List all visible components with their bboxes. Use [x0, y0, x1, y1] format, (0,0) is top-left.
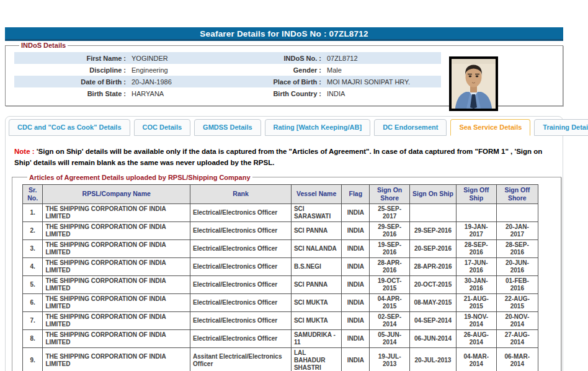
- field-label: Gender :: [250, 66, 324, 74]
- cell: 2.: [23, 221, 43, 239]
- cell: 02-SEP-2014: [370, 311, 410, 329]
- cell: INDIA: [342, 311, 370, 329]
- field-value: MOI MAJRI SONIPAT HRY.: [324, 78, 441, 86]
- cell: INDIA: [342, 203, 370, 221]
- table-row: 8.THE SHIPPING CORPORATION OF INDIA LIMI…: [23, 329, 538, 347]
- cell: INDIA: [342, 293, 370, 311]
- cell: 9.: [23, 347, 43, 371]
- column-header: Sign On Shore: [370, 184, 410, 203]
- cell: INDIA: [342, 239, 370, 257]
- cell: INDIA: [342, 257, 370, 275]
- cell: THE SHIPPING CORPORATION OF INDIA LIMITE…: [43, 347, 190, 371]
- cell: INDIA: [342, 275, 370, 293]
- indos-field-row: Date of Birth :20-JAN-1986Place of Birth…: [14, 76, 441, 87]
- table-row: 7.THE SHIPPING CORPORATION OF INDIA LIMI…: [23, 311, 538, 329]
- field-value: 07ZL8712: [324, 55, 441, 62]
- cell: 4.: [23, 257, 43, 275]
- cell: Electrical/Electronics Officer: [190, 239, 292, 257]
- cell: Electrical/Electronics Officer: [190, 329, 292, 347]
- table-header-row: Sr. No.RPSL/Company NameRankVessel NameF…: [23, 184, 538, 203]
- cell: 19-OCT-2015: [370, 275, 410, 293]
- cell: SCI NALANDA: [291, 239, 341, 257]
- cell: 20-JUN-2016: [496, 257, 538, 275]
- column-header: Sign Off Shore: [496, 184, 538, 203]
- cell: 22-AUG-2015: [496, 293, 538, 311]
- page-title: Seafarer Details for INDoS No : 07ZL8712: [5, 27, 563, 41]
- tab-coc-details[interactable]: COC Details: [134, 119, 191, 136]
- cell: INDIA: [342, 347, 370, 371]
- field-label: Birth State :: [14, 90, 129, 97]
- note-text: Note : 'Sign on Ship' details will be av…: [14, 146, 553, 169]
- column-header: Rank: [190, 184, 292, 203]
- cell: 17-JUN-2016: [456, 257, 496, 275]
- tab-training-details[interactable]: Training Details: [534, 119, 588, 136]
- cell: THE SHIPPING CORPORATION OF INDIA LIMITE…: [43, 239, 190, 257]
- cell: 1.: [23, 203, 43, 221]
- tab-bar: CDC and "CoC as Cook" DetailsCOC Details…: [8, 119, 557, 136]
- indos-field-row: Birth State :HARYANABirth Country :INDIA: [14, 87, 441, 99]
- cell: 3.: [23, 239, 43, 257]
- field-value: HARYANA: [129, 90, 250, 97]
- cell: 20-JUL-2013: [410, 347, 457, 371]
- cell: 19-NOV-2014: [456, 311, 496, 329]
- table-row: 9.THE SHIPPING CORPORATION OF INDIA LIMI…: [23, 347, 538, 371]
- table-row: 2.THE SHIPPING CORPORATION OF INDIA LIMI…: [23, 221, 538, 239]
- cell: INDIA: [342, 329, 370, 347]
- cell: 8.: [23, 329, 43, 347]
- cell: Assitant Electrical/Electronics Officer: [190, 347, 292, 371]
- articles-of-agreement-section: Articles of Agreement Details uploaded b…: [12, 174, 561, 371]
- tab-sea-service-details[interactable]: Sea Service Details: [450, 119, 530, 136]
- column-header: Sr. No.: [23, 184, 43, 203]
- field-label: Birth Country :: [250, 90, 324, 97]
- cell: Electrical/Electronics Officer: [190, 293, 292, 311]
- cell: [410, 203, 457, 221]
- cell: Electrical/Electronics Officer: [190, 221, 292, 239]
- cell: INDIA: [342, 221, 370, 239]
- cell: 25-SEP-2017: [370, 203, 410, 221]
- cell: 20-NOV-2014: [496, 311, 538, 329]
- column-header: Flag: [342, 184, 370, 203]
- cell: 08-MAY-2015: [410, 293, 457, 311]
- tab-content-container: CDC and "CoC as Cook" DetailsCOC Details…: [5, 116, 563, 371]
- cell: 26-AUG-2014: [456, 329, 496, 347]
- cell: Electrical/Electronics Officer: [190, 275, 292, 293]
- cell: THE SHIPPING CORPORATION OF INDIA LIMITE…: [43, 311, 190, 329]
- indos-fields: First Name :YOGINDERINDoS No. :07ZL8712D…: [14, 52, 441, 99]
- tab-cdc-and-coc-as-cook-details[interactable]: CDC and "CoC as Cook" Details: [9, 119, 130, 136]
- cell: THE SHIPPING CORPORATION OF INDIA LIMITE…: [43, 203, 190, 221]
- cell: 28-APR-2016: [370, 257, 410, 275]
- cell: 04-APR-2015: [370, 293, 410, 311]
- indos-field-row: First Name :YOGINDERINDoS No. :07ZL8712: [14, 52, 441, 64]
- table-row: 3.THE SHIPPING CORPORATION OF INDIA LIMI…: [23, 239, 538, 257]
- field-label: INDoS No. :: [250, 55, 324, 62]
- tab-dc-endorsement[interactable]: DC Endorsement: [374, 119, 447, 136]
- cell: 20-OCT-2015: [410, 275, 457, 293]
- tab-rating-watch-keeping-ab[interactable]: Rating [Watch Keeping/AB]: [265, 119, 371, 136]
- field-label: First Name :: [14, 55, 129, 62]
- cell: THE SHIPPING CORPORATION OF INDIA LIMITE…: [43, 275, 190, 293]
- cell: 28-SEP-2016: [456, 239, 496, 257]
- cell: Electrical/Electronics Officer: [190, 203, 292, 221]
- cell: THE SHIPPING CORPORATION OF INDIA LIMITE…: [43, 293, 190, 311]
- tab-gmdss-details[interactable]: GMDSS Details: [194, 119, 261, 136]
- indos-details-section: INDoS Details First Name :YOGINDERINDoS …: [5, 42, 563, 106]
- note-body: 'Sign on Ship' details will be available…: [14, 148, 542, 166]
- seafarer-photo: [449, 56, 498, 111]
- table-row: 5.THE SHIPPING CORPORATION OF INDIA LIMI…: [23, 275, 538, 293]
- column-header: Sign Off Ship: [456, 184, 496, 203]
- table-row: 1.THE SHIPPING CORPORATION OF INDIA LIMI…: [23, 203, 538, 221]
- column-header: Vessel Name: [291, 184, 341, 203]
- cell: 29-SEP-2016: [370, 221, 410, 239]
- cell: [496, 203, 538, 221]
- cell: 5.: [23, 275, 43, 293]
- cell: 05-JUN-2014: [370, 329, 410, 347]
- cell: THE SHIPPING CORPORATION OF INDIA LIMITE…: [43, 257, 190, 275]
- cell: 06-MAR-2014: [496, 347, 538, 371]
- cell: 19-SEP-2016: [370, 239, 410, 257]
- field-value: Engineering: [129, 66, 250, 74]
- cell: 28-SEP-2016: [496, 239, 538, 257]
- cell: SCI MUKTA: [291, 293, 341, 311]
- cell: LAL BAHADUR SHASTRI: [291, 347, 341, 371]
- cell: 01-FEB-2016: [496, 275, 538, 293]
- field-value: YOGINDER: [129, 55, 250, 62]
